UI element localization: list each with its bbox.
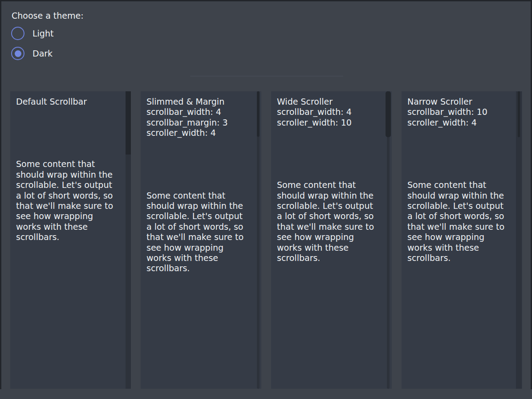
scrollbar-thumb[interactable] [386, 91, 391, 137]
panel-title: Slimmed & Margin [146, 97, 254, 107]
panel-body-text: Some content that should wrap within the… [277, 180, 385, 263]
radio-label-dark[interactable]: Dark [32, 49, 53, 58]
panel-title: Narrow Scroller [407, 97, 515, 107]
panel-title: Wide Scroller [277, 97, 385, 107]
panel-content: Narrow Scroller scrollbar_width: 10 scro… [402, 91, 522, 263]
theme-chooser: Choose a theme: Light Dark [12, 11, 84, 21]
scrollbar-thumb[interactable] [518, 91, 520, 137]
scrollbar-thumb[interactable] [126, 91, 131, 155]
panel-slimmed-margin[interactable]: Slimmed & Margin scrollbar_width: 4 scro… [141, 91, 261, 389]
panel-title: Default Scrollbar [16, 97, 124, 107]
window-border-top [0, 0, 532, 1]
theme-chooser-label: Choose a theme: [12, 11, 84, 21]
radio-label-light[interactable]: Light [32, 28, 53, 38]
horizontal-rule [190, 76, 343, 77]
panel-narrow-scroller[interactable]: Narrow Scroller scrollbar_width: 10 scro… [402, 91, 522, 389]
panel-content: Wide Scroller scrollbar_width: 4 scrolle… [271, 91, 392, 263]
panel-wide-scroller[interactable]: Wide Scroller scrollbar_width: 4 scrolle… [271, 91, 392, 389]
panel-params: scrollbar_width: 10 scroller_width: 4 [407, 107, 515, 128]
panel-content: Default Scrollbar Some content that shou… [10, 91, 131, 243]
panel-params: scrollbar_width: 4 scrollbar_margin: 3 s… [146, 107, 254, 138]
radio-option-light[interactable]: Light [11, 27, 53, 40]
radio-button-icon[interactable] [11, 27, 24, 40]
panel-body-text: Some content that should wrap within the… [146, 191, 254, 274]
panel-body-text: Some content that should wrap within the… [16, 159, 124, 242]
panel-default-scrollbar[interactable]: Default Scrollbar Some content that shou… [10, 91, 131, 389]
radio-option-dark[interactable]: Dark [11, 47, 53, 60]
panel-body-text: Some content that should wrap within the… [407, 180, 515, 263]
window-border-left [0, 0, 1, 389]
radio-button-icon[interactable] [11, 47, 24, 60]
panel-content: Slimmed & Margin scrollbar_width: 4 scro… [141, 91, 261, 274]
scrollbar-demo-row: Default Scrollbar Some content that shou… [10, 91, 522, 389]
scrollbar-thumb[interactable] [257, 91, 260, 137]
radio-dot-icon [15, 50, 21, 57]
panel-params: scrollbar_width: 4 scroller_width: 10 [277, 107, 385, 128]
